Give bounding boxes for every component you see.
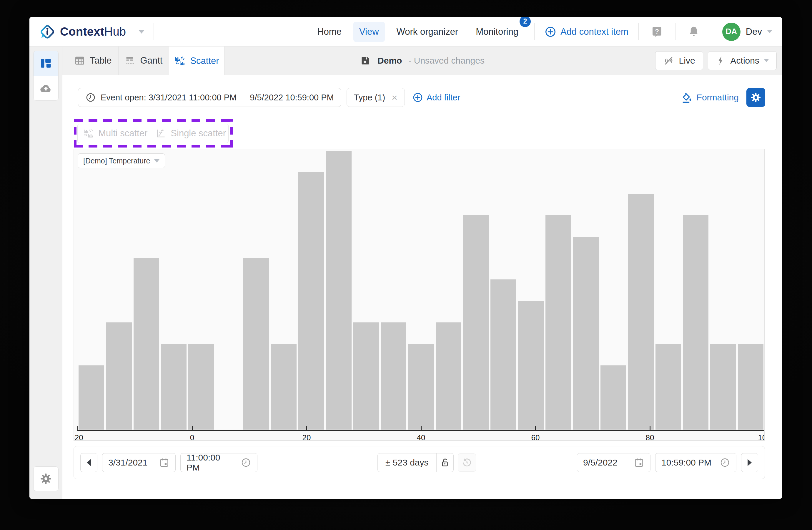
brand-name-bold: Context	[60, 25, 104, 38]
help-button[interactable]: ?	[649, 24, 665, 40]
start-date-value: 3/31/2021	[108, 458, 147, 468]
histogram-plot[interactable]: -20020406080100	[74, 149, 764, 440]
histogram-bar	[298, 172, 324, 430]
type-filter-chip[interactable]: Type (1) ×	[347, 88, 405, 107]
main-column: Table	[62, 46, 782, 499]
multi-scatter-button[interactable]: Multi scatter	[78, 124, 153, 143]
remove-type-filter-icon[interactable]: ×	[392, 93, 397, 102]
histogram-bar	[381, 322, 406, 430]
shift-range-right-button[interactable]	[741, 453, 758, 472]
scatter-mode-highlight: Multi scatter	[74, 119, 233, 148]
x-axis-tick-label: 60	[522, 433, 549, 441]
add-filter-button[interactable]: Add filter	[412, 92, 460, 103]
brand-name-light: Hub	[104, 25, 126, 38]
user-name: Dev	[746, 27, 762, 37]
histogram-bar	[78, 365, 104, 430]
nav-home[interactable]: Home	[311, 22, 347, 42]
start-time-field[interactable]: 11:00:00 PM	[180, 453, 258, 472]
time-range-bar: 3/31/2021 11:00:00 PM	[74, 446, 765, 479]
document-status: - Unsaved changes	[408, 56, 484, 66]
lightning-icon	[716, 56, 726, 66]
x-axis-tick-label: 0	[179, 433, 205, 441]
histogram-bar	[518, 301, 544, 430]
series-selector-dropdown[interactable]: [Demo] Temperature	[78, 153, 165, 168]
tabbar-actions: Live Actions	[655, 46, 782, 75]
shift-range-left-button[interactable]	[80, 453, 97, 472]
histogram-bar	[326, 151, 351, 430]
end-time-value: 10:59:00 PM	[661, 458, 711, 468]
histogram-bar	[243, 258, 269, 430]
x-axis-tick-label: 100	[751, 433, 765, 441]
clock-icon[interactable]	[241, 457, 251, 468]
lock-open-icon	[439, 457, 450, 468]
histogram-bar	[710, 344, 736, 430]
add-filter-label: Add filter	[426, 93, 460, 102]
single-scatter-button[interactable]: Single scatter	[153, 124, 229, 143]
header-divider	[534, 23, 535, 40]
actions-button[interactable]: Actions	[708, 51, 777, 70]
type-filter-label: Type (1)	[354, 93, 385, 102]
scatter-view-content: Event open: 3/31/2021 11:00:00 PM — 9/5/…	[62, 75, 782, 499]
tab-scatter[interactable]: Scatter	[169, 46, 224, 75]
add-context-item-label: Add context item	[561, 27, 628, 37]
add-context-item-button[interactable]: Add context item	[545, 26, 628, 38]
calendar-icon[interactable]	[159, 457, 170, 468]
x-axis-tick	[77, 426, 78, 430]
series-caret-icon	[154, 159, 159, 163]
histogram-bar	[738, 344, 764, 430]
start-date-field[interactable]: 3/31/2021	[102, 453, 176, 472]
end-date-field[interactable]: 9/5/2022	[577, 453, 651, 472]
histogram-bar	[463, 215, 489, 430]
formatting-button[interactable]: Formatting	[681, 92, 739, 103]
live-button[interactable]: Live	[655, 51, 703, 70]
end-time-field[interactable]: 10:59:00 PM	[655, 453, 736, 472]
time-range-end-group: 9/5/2022 10:59:00 PM	[577, 453, 758, 472]
clock-icon[interactable]	[720, 457, 730, 468]
save-icon[interactable]	[360, 55, 371, 66]
calendar-icon[interactable]	[634, 457, 644, 468]
actions-button-label: Actions	[730, 56, 759, 66]
paint-bucket-icon	[681, 92, 693, 103]
histogram-bar	[628, 194, 653, 430]
end-date-value: 9/5/2022	[583, 458, 618, 468]
x-axis-tick-label: -20	[74, 433, 91, 441]
view-tabbar: Table	[62, 46, 782, 75]
histogram-bar	[573, 237, 598, 430]
header-divider	[638, 23, 639, 40]
sidebar-item-upload[interactable]	[33, 76, 58, 100]
tab-table[interactable]: Table	[68, 46, 119, 75]
multi-scatter-icon	[83, 128, 93, 139]
nav-view[interactable]: View	[353, 22, 385, 42]
top-header: ContextHub Home View Work organizer Moni…	[29, 17, 782, 46]
notifications-button[interactable]	[685, 24, 702, 40]
event-open-filter-chip[interactable]: Event open: 3/31/2021 11:00:00 PM — 9/5/…	[78, 88, 341, 107]
app-body: Table	[29, 46, 782, 499]
histogram-bar	[133, 258, 159, 430]
x-axis-tick	[306, 426, 307, 430]
sidebar-settings-button[interactable]	[33, 466, 59, 491]
range-value-field[interactable]: ± 523 days	[378, 454, 436, 472]
histogram-bar	[436, 322, 461, 430]
reset-range-button[interactable]	[458, 454, 476, 472]
left-sidebar	[29, 46, 62, 499]
range-group: ± 523 days	[377, 453, 454, 472]
x-axis-tick	[192, 426, 193, 430]
tab-gantt[interactable]: Gantt	[119, 46, 169, 75]
brand: ContextHub	[40, 24, 145, 40]
tab-scatter-label: Scatter	[190, 56, 219, 66]
x-axis-tick	[421, 426, 422, 430]
range-lock-button[interactable]	[436, 454, 453, 472]
contexthub-logo-icon	[40, 24, 55, 40]
x-axis-tick	[764, 426, 765, 430]
user-menu[interactable]: DA Dev	[722, 23, 772, 41]
scatter-icon	[174, 55, 185, 67]
histogram-bar	[655, 344, 681, 430]
workspace-caret-icon[interactable]	[138, 30, 145, 33]
scatter-mode-group: Multi scatter	[77, 124, 229, 143]
single-scatter-label: Single scatter	[171, 128, 226, 139]
nav-work-organizer[interactable]: Work organizer	[391, 22, 464, 42]
sidebar-item-dashboard[interactable]	[33, 51, 58, 76]
nav-monitoring[interactable]: Monitoring 2	[470, 22, 524, 42]
chart-settings-button[interactable]	[746, 88, 765, 107]
clock-icon	[85, 92, 96, 103]
